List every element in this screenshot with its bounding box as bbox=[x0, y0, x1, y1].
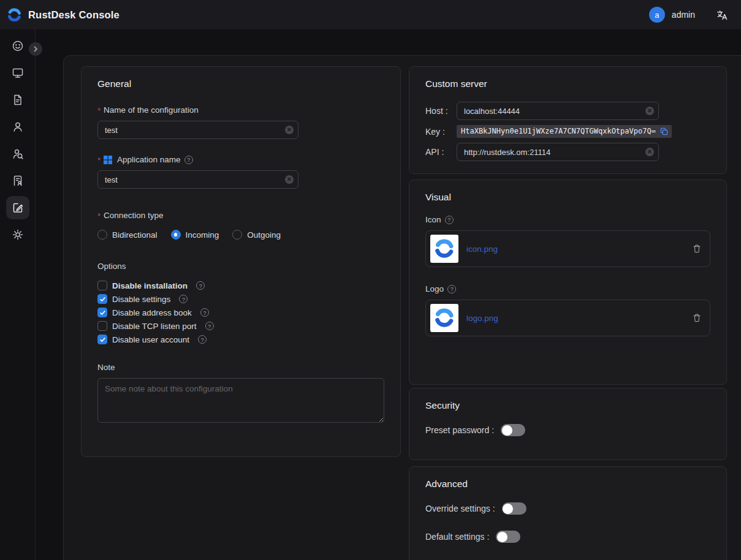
visual-card: Visual Icon ? icon.png Logo ? bbox=[409, 180, 727, 385]
app-name-field-label: * Application name ? bbox=[97, 155, 384, 164]
note-textarea[interactable] bbox=[97, 378, 384, 423]
preset-password-row: Preset password : bbox=[425, 424, 710, 436]
sidebar-item-license[interactable] bbox=[4, 167, 31, 194]
radio-circle-icon bbox=[232, 230, 242, 240]
security-card: Security Preset password : bbox=[409, 388, 727, 460]
settings-gear-icon bbox=[6, 223, 29, 246]
radio-circle-icon bbox=[97, 230, 107, 240]
rustdesk-logo-icon bbox=[6, 7, 23, 23]
brand: RustDesk Console bbox=[6, 7, 120, 23]
check-icon bbox=[99, 336, 106, 343]
copy-icon[interactable] bbox=[660, 127, 668, 135]
help-icon[interactable]: ? bbox=[445, 216, 454, 224]
sidebar-item-settings[interactable] bbox=[4, 221, 31, 248]
default-settings-label: Default settings : bbox=[425, 532, 489, 542]
security-title: Security bbox=[425, 400, 710, 411]
help-icon[interactable]: ? bbox=[179, 295, 188, 303]
sidebar-nav bbox=[0, 29, 36, 560]
general-card: General * Name of the configuration ✕ * … bbox=[81, 66, 401, 457]
radio-outgoing[interactable]: Outgoing bbox=[232, 230, 281, 240]
sidebar-item-devices[interactable] bbox=[4, 59, 31, 86]
required-asterisk: * bbox=[97, 106, 101, 115]
server-key-value: HtaXBkJNHyn0e1U1jWXze7A7CN7QTGWqxkOtpaVp… bbox=[457, 125, 672, 138]
name-field-label: * Name of the configuration bbox=[97, 105, 384, 115]
smiley-icon bbox=[6, 34, 29, 58]
rustdesk-logo-icon bbox=[433, 237, 456, 260]
required-asterisk: * bbox=[97, 156, 101, 165]
sidebar-expand-button[interactable] bbox=[29, 42, 42, 56]
checkbox[interactable] bbox=[97, 308, 107, 317]
document-icon bbox=[6, 88, 29, 112]
required-asterisk: * bbox=[97, 211, 101, 221]
preset-password-toggle[interactable] bbox=[501, 424, 525, 436]
preset-password-label: Preset password : bbox=[425, 425, 494, 435]
delete-trash-icon[interactable] bbox=[692, 244, 702, 254]
sidebar-item-dashboard[interactable] bbox=[4, 32, 31, 59]
chevron-right-icon bbox=[32, 45, 39, 53]
config-name-input[interactable] bbox=[97, 121, 298, 139]
advanced-title: Advanced bbox=[425, 479, 710, 490]
visual-title: Visual bbox=[425, 192, 710, 203]
advanced-card: Advanced Override settings : Default set… bbox=[409, 466, 727, 560]
api-input[interactable] bbox=[457, 143, 659, 161]
user-icon bbox=[6, 115, 29, 138]
clear-input-icon[interactable]: ✕ bbox=[645, 148, 654, 156]
clear-input-icon[interactable]: ✕ bbox=[285, 126, 294, 134]
logo-file-link[interactable]: logo.png bbox=[466, 314, 498, 323]
help-icon[interactable]: ? bbox=[200, 308, 209, 317]
checkbox[interactable] bbox=[97, 335, 107, 344]
clear-input-icon[interactable]: ✕ bbox=[645, 107, 654, 115]
default-settings-toggle[interactable] bbox=[496, 531, 520, 543]
help-icon[interactable]: ? bbox=[447, 285, 456, 293]
checkbox-row-disable-settings: Disable settings ? bbox=[97, 294, 384, 304]
application-name-input[interactable] bbox=[97, 170, 298, 189]
check-icon bbox=[99, 296, 106, 303]
sidebar-item-audit[interactable] bbox=[4, 86, 31, 113]
sidebar-item-groups[interactable] bbox=[4, 140, 31, 167]
radio-bidirectional[interactable]: Bidirectional bbox=[97, 230, 158, 240]
help-icon[interactable]: ? bbox=[198, 335, 207, 344]
icon-file-row: icon.png bbox=[425, 230, 710, 267]
monitor-icon bbox=[6, 61, 29, 85]
user-search-icon bbox=[6, 142, 29, 165]
logo-file-row: logo.png bbox=[425, 300, 710, 336]
api-label: API : bbox=[425, 147, 457, 157]
icon-thumbnail bbox=[430, 235, 458, 263]
clear-input-icon[interactable]: ✕ bbox=[285, 175, 294, 184]
checkbox[interactable] bbox=[97, 321, 107, 331]
user-avatar[interactable]: a bbox=[649, 7, 665, 23]
delete-trash-icon[interactable] bbox=[692, 313, 702, 323]
custom-server-title: Custom server bbox=[425, 78, 710, 89]
windows-logo-icon bbox=[104, 156, 112, 164]
note-label: Note bbox=[97, 363, 384, 372]
options-label: Options bbox=[97, 262, 384, 271]
radio-incoming[interactable]: Incoming bbox=[171, 230, 219, 240]
connection-type-label: * Connection type bbox=[97, 211, 384, 220]
icon-label: Icon ? bbox=[425, 215, 710, 224]
sidebar-item-custom-client[interactable] bbox=[4, 194, 31, 221]
translate-icon[interactable] bbox=[716, 9, 728, 21]
edit-icon bbox=[6, 196, 29, 219]
top-navbar: RustDesk Console a admin bbox=[0, 0, 741, 29]
license-document-icon bbox=[6, 169, 29, 192]
logo-label: Logo ? bbox=[425, 284, 710, 293]
host-input[interactable] bbox=[457, 102, 659, 120]
checkbox[interactable] bbox=[97, 281, 107, 290]
checkbox-row-disable-tcp-listen-port: Disable TCP listen port ? bbox=[97, 321, 384, 331]
checkbox-row-disable-user-account: Disable user account ? bbox=[97, 335, 384, 344]
sidebar-item-users[interactable] bbox=[4, 113, 31, 140]
app-title: RustDesk Console bbox=[28, 9, 120, 21]
help-icon[interactable]: ? bbox=[196, 281, 205, 290]
override-settings-label: Override settings : bbox=[425, 504, 495, 513]
logo-thumbnail bbox=[430, 304, 458, 332]
checkbox[interactable] bbox=[97, 294, 107, 304]
checkbox-row-disable-address-book: Disable address book ? bbox=[97, 308, 384, 317]
general-card-title: General bbox=[97, 78, 384, 89]
help-icon[interactable]: ? bbox=[184, 156, 193, 164]
main-content-panel: General * Name of the configuration ✕ * … bbox=[63, 55, 741, 560]
icon-file-link[interactable]: icon.png bbox=[466, 244, 498, 254]
help-icon[interactable]: ? bbox=[205, 322, 214, 330]
checkbox-row-disable-installation: Disable installation ? bbox=[97, 281, 384, 290]
username-label[interactable]: admin bbox=[672, 10, 695, 20]
override-settings-toggle[interactable] bbox=[502, 502, 526, 515]
